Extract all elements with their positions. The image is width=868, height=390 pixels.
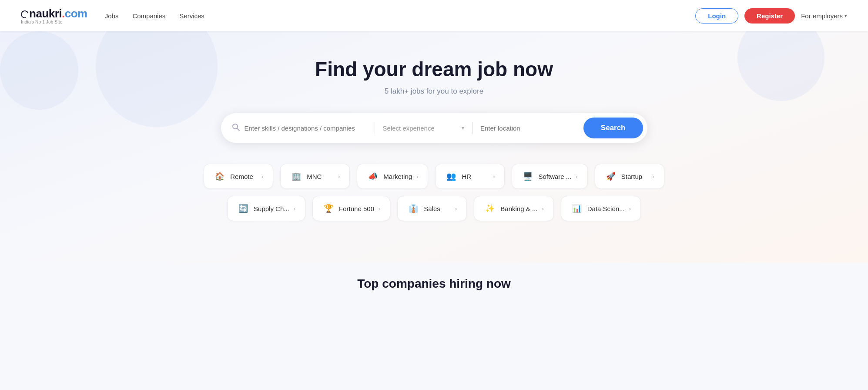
nav-right: Login Register For employers ▾ xyxy=(695,8,847,24)
logo-tagline: India's No 1 Job Site xyxy=(21,20,63,24)
svg-line-1 xyxy=(237,128,239,131)
banking-icon: ✨ xyxy=(484,202,496,215)
logo: naukri.com India's No 1 Job Site xyxy=(21,7,87,24)
remote-icon: 🏠 xyxy=(214,170,226,182)
supply-chain-label: Supply Ch... xyxy=(254,205,289,212)
search-divider-1 xyxy=(375,122,375,134)
fortune500-arrow-icon: › xyxy=(379,205,380,212)
mnc-arrow-icon: › xyxy=(338,173,340,180)
fortune500-icon: 🏆 xyxy=(322,202,335,215)
experience-wrap: Select experience Fresher 1 year 2 years… xyxy=(383,124,464,132)
search-bar: Select experience Fresher 1 year 2 years… xyxy=(221,113,647,143)
for-employers-menu[interactable]: For employers ▾ xyxy=(801,12,847,20)
skills-input[interactable] xyxy=(245,124,367,132)
login-button[interactable]: Login xyxy=(695,8,738,24)
banking-arrow-icon: › xyxy=(542,205,543,212)
chevron-down-icon: ▾ xyxy=(845,13,847,19)
nav-link-companies[interactable]: Companies xyxy=(132,12,165,20)
category-row-1: 🏠 Remote › 🏢 MNC › 📣 Marketing › 👥 HR › … xyxy=(194,164,674,189)
search-button[interactable]: Search xyxy=(583,118,643,138)
sales-arrow-icon: › xyxy=(455,205,457,212)
hr-arrow-icon: › xyxy=(493,173,495,180)
logo-text: naukri.com xyxy=(21,7,87,20)
chip-supply-chain[interactable]: 🔄 Supply Ch... › xyxy=(227,196,305,221)
chip-mnc[interactable]: 🏢 MNC › xyxy=(280,164,350,189)
category-row-2: 🔄 Supply Ch... › 🏆 Fortune 500 › 👔 Sales… xyxy=(194,196,674,221)
chip-data-science[interactable]: 📊 Data Scien... › xyxy=(561,196,641,221)
data-science-icon: 📊 xyxy=(571,202,583,215)
chip-remote[interactable]: 🏠 Remote › xyxy=(204,164,273,189)
categories-section: 🏠 Remote › 🏢 MNC › 📣 Marketing › 👥 HR › … xyxy=(173,164,695,242)
mnc-icon: 🏢 xyxy=(290,170,302,182)
marketing-icon: 📣 xyxy=(367,170,379,182)
marketing-label: Marketing xyxy=(383,173,412,180)
hero-section: Find your dream job now 5 lakh+ jobs for… xyxy=(0,31,868,263)
supply-chain-arrow-icon: › xyxy=(294,205,295,212)
remote-arrow-icon: › xyxy=(261,173,263,180)
fortune500-label: Fortune 500 xyxy=(339,205,374,212)
hr-label: HR xyxy=(462,173,471,180)
for-employers-label: For employers xyxy=(801,12,843,20)
experience-select[interactable]: Select experience Fresher 1 year 2 years… xyxy=(383,124,464,132)
chip-sales[interactable]: 👔 Sales › xyxy=(397,196,467,221)
hero-title: Find your dream job now xyxy=(21,57,847,81)
chip-startup[interactable]: 🚀 Startup › xyxy=(595,164,664,189)
remote-label: Remote xyxy=(230,173,253,180)
data-science-label: Data Scien... xyxy=(587,205,625,212)
search-divider-2 xyxy=(472,122,473,134)
supply-chain-icon: 🔄 xyxy=(237,202,249,215)
search-icon xyxy=(231,123,240,134)
banking-label: Banking & ... xyxy=(500,205,537,212)
software-icon: 🖥️ xyxy=(522,170,534,182)
nav-link-services[interactable]: Services xyxy=(179,12,204,20)
chip-hr[interactable]: 👥 HR › xyxy=(435,164,505,189)
chip-banking[interactable]: ✨ Banking & ... › xyxy=(474,196,553,221)
nav-link-jobs[interactable]: Jobs xyxy=(105,12,119,20)
nav-links: Jobs Companies Services xyxy=(105,12,204,20)
data-science-arrow-icon: › xyxy=(629,205,631,212)
chip-fortune500[interactable]: 🏆 Fortune 500 › xyxy=(312,196,390,221)
sales-icon: 👔 xyxy=(407,202,419,215)
top-companies-title: Top companies hiring now xyxy=(0,263,868,298)
software-label: Software ... xyxy=(538,173,571,180)
software-arrow-icon: › xyxy=(576,173,577,180)
mnc-label: MNC xyxy=(307,173,322,180)
hero-subtitle: 5 lakh+ jobs for you to explore xyxy=(21,87,847,96)
startup-arrow-icon: › xyxy=(652,173,654,180)
location-input[interactable] xyxy=(480,124,578,132)
chip-marketing[interactable]: 📣 Marketing › xyxy=(357,164,428,189)
marketing-arrow-icon: › xyxy=(416,173,418,180)
sales-label: Sales xyxy=(424,205,440,212)
chip-software[interactable]: 🖥️ Software ... › xyxy=(512,164,587,189)
hr-icon: 👥 xyxy=(445,170,457,182)
navbar: naukri.com India's No 1 Job Site Jobs Co… xyxy=(0,0,868,31)
nav-left: naukri.com India's No 1 Job Site Jobs Co… xyxy=(21,7,204,24)
startup-icon: 🚀 xyxy=(605,170,617,182)
startup-label: Startup xyxy=(621,173,642,180)
register-button[interactable]: Register xyxy=(744,8,795,24)
